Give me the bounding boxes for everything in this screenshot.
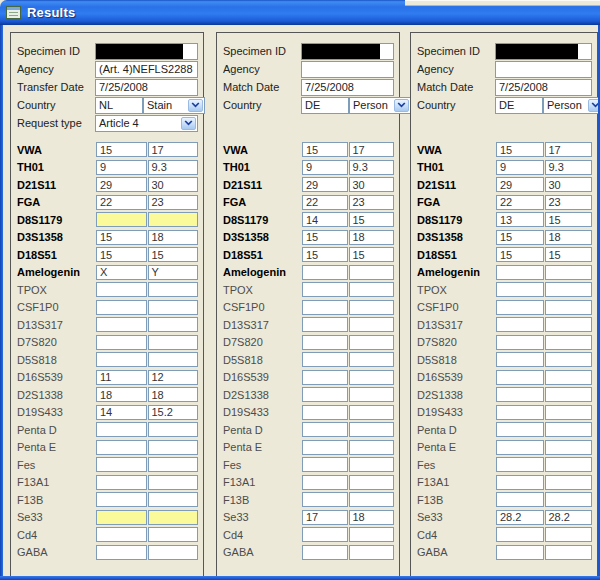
- allele-2-field[interactable]: [349, 492, 395, 507]
- allele-2-field[interactable]: [349, 405, 395, 420]
- allele-1-field[interactable]: 9: [96, 160, 147, 175]
- allele-2-field[interactable]: [349, 370, 395, 385]
- allele-1-field[interactable]: [96, 352, 147, 367]
- allele-2-field[interactable]: [545, 440, 593, 455]
- text-field[interactable]: [495, 61, 592, 78]
- specimen-id-field[interactable]: [495, 43, 592, 60]
- allele-2-field[interactable]: [148, 282, 199, 297]
- allele-2-field[interactable]: [545, 370, 593, 385]
- specimen-id-field[interactable]: [95, 43, 198, 60]
- allele-2-field[interactable]: 9.3: [545, 160, 593, 175]
- allele-2-field[interactable]: [545, 387, 593, 402]
- country-code-field[interactable]: DE: [495, 97, 543, 114]
- allele-2-field[interactable]: 18: [148, 387, 199, 402]
- allele-2-field[interactable]: [349, 387, 395, 402]
- allele-1-field[interactable]: [302, 545, 348, 560]
- allele-1-field[interactable]: 28.2: [496, 510, 544, 525]
- allele-2-field[interactable]: [349, 475, 395, 490]
- allele-1-field[interactable]: [96, 317, 147, 332]
- allele-1-field[interactable]: 29: [302, 177, 348, 192]
- allele-1-field[interactable]: [496, 475, 544, 490]
- allele-1-field[interactable]: 14: [302, 212, 348, 227]
- allele-2-field[interactable]: [545, 422, 593, 437]
- allele-2-field[interactable]: [148, 492, 199, 507]
- allele-1-field[interactable]: 14: [96, 405, 147, 420]
- allele-2-field[interactable]: 30: [148, 177, 199, 192]
- allele-1-field[interactable]: [496, 405, 544, 420]
- request-type-dropdown[interactable]: Article 4: [95, 115, 198, 132]
- allele-2-field[interactable]: [545, 317, 593, 332]
- allele-1-field[interactable]: [96, 527, 147, 542]
- allele-2-field[interactable]: 23: [349, 195, 395, 210]
- allele-2-field[interactable]: [349, 282, 395, 297]
- allele-1-field[interactable]: [302, 387, 348, 402]
- allele-1-field[interactable]: 15: [302, 230, 348, 245]
- allele-1-field[interactable]: [496, 282, 544, 297]
- allele-1-field[interactable]: [302, 300, 348, 315]
- allele-1-field[interactable]: [302, 265, 348, 280]
- allele-1-field[interactable]: [96, 335, 147, 350]
- dropdown-button[interactable]: [188, 99, 203, 112]
- allele-2-field[interactable]: [148, 212, 199, 227]
- allele-2-field[interactable]: [148, 422, 199, 437]
- allele-1-field[interactable]: [496, 422, 544, 437]
- allele-2-field[interactable]: 15: [349, 212, 395, 227]
- allele-1-field[interactable]: [96, 492, 147, 507]
- allele-1-field[interactable]: [96, 475, 147, 490]
- specimen-type-dropdown[interactable]: Stain: [143, 97, 205, 114]
- allele-2-field[interactable]: 15.2: [148, 405, 199, 420]
- allele-2-field[interactable]: [545, 545, 593, 560]
- allele-2-field[interactable]: [349, 335, 395, 350]
- allele-2-field[interactable]: [148, 352, 199, 367]
- allele-2-field[interactable]: [148, 440, 199, 455]
- allele-1-field[interactable]: [96, 457, 147, 472]
- allele-1-field[interactable]: [96, 422, 147, 437]
- allele-2-field[interactable]: 18: [349, 510, 395, 525]
- allele-1-field[interactable]: 15: [96, 247, 147, 262]
- allele-1-field[interactable]: [302, 422, 348, 437]
- allele-2-field[interactable]: [349, 422, 395, 437]
- allele-2-field[interactable]: 30: [349, 177, 395, 192]
- specimen-type-dropdown[interactable]: Person: [349, 97, 411, 114]
- allele-1-field[interactable]: [302, 457, 348, 472]
- allele-2-field[interactable]: 15: [545, 212, 593, 227]
- allele-2-field[interactable]: 9.3: [349, 160, 395, 175]
- allele-1-field[interactable]: 15: [496, 230, 544, 245]
- allele-2-field[interactable]: [148, 510, 199, 525]
- allele-1-field[interactable]: [302, 405, 348, 420]
- allele-2-field[interactable]: [545, 265, 593, 280]
- allele-1-field[interactable]: 22: [302, 195, 348, 210]
- allele-2-field[interactable]: [545, 405, 593, 420]
- specimen-id-field[interactable]: [301, 43, 394, 60]
- allele-1-field[interactable]: [302, 335, 348, 350]
- allele-1-field[interactable]: 15: [496, 142, 544, 157]
- allele-1-field[interactable]: [496, 317, 544, 332]
- allele-2-field[interactable]: [148, 317, 199, 332]
- allele-2-field[interactable]: [148, 300, 199, 315]
- allele-2-field[interactable]: [545, 475, 593, 490]
- allele-2-field[interactable]: 18: [148, 230, 199, 245]
- allele-2-field[interactable]: [148, 335, 199, 350]
- allele-2-field[interactable]: [545, 335, 593, 350]
- allele-1-field[interactable]: [96, 300, 147, 315]
- allele-2-field[interactable]: [349, 527, 395, 542]
- allele-1-field[interactable]: [496, 300, 544, 315]
- allele-2-field[interactable]: Y: [148, 265, 199, 280]
- allele-2-field[interactable]: [349, 440, 395, 455]
- country-code-field[interactable]: DE: [301, 97, 349, 114]
- allele-2-field[interactable]: 15: [545, 247, 593, 262]
- allele-1-field[interactable]: 15: [96, 230, 147, 245]
- allele-1-field[interactable]: [302, 492, 348, 507]
- allele-1-field[interactable]: [496, 492, 544, 507]
- allele-1-field[interactable]: [302, 475, 348, 490]
- allele-2-field[interactable]: 17: [349, 142, 395, 157]
- allele-2-field[interactable]: 18: [349, 230, 395, 245]
- allele-1-field[interactable]: 17: [302, 510, 348, 525]
- allele-1-field[interactable]: X: [96, 265, 147, 280]
- allele-1-field[interactable]: [96, 510, 147, 525]
- allele-2-field[interactable]: 17: [148, 142, 199, 157]
- allele-2-field[interactable]: [545, 492, 593, 507]
- allele-2-field[interactable]: 17: [545, 142, 593, 157]
- allele-1-field[interactable]: 9: [496, 160, 544, 175]
- allele-1-field[interactable]: [96, 545, 147, 560]
